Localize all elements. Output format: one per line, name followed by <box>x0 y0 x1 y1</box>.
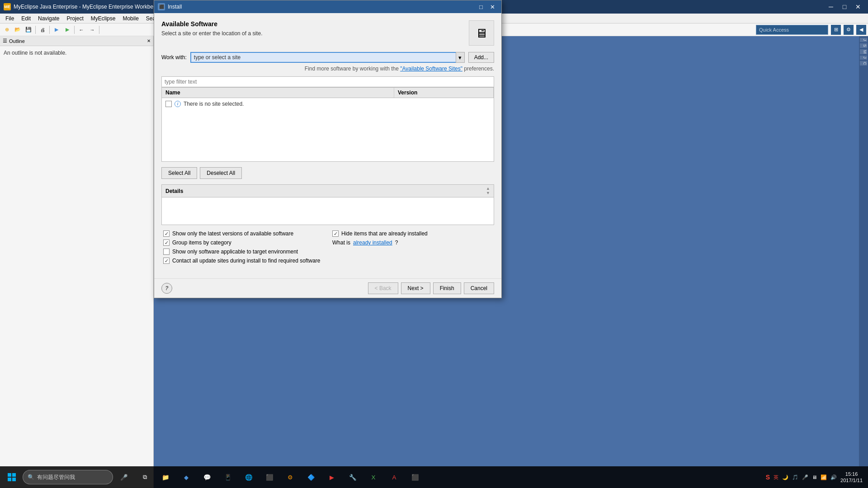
outline-panel-header: ☰ Outline ✕ <box>0 36 153 46</box>
taskbar-app-purple[interactable]: ⬛ <box>259 467 279 487</box>
open-button[interactable]: 📂 <box>13 25 23 35</box>
option-latest-versions-checkbox[interactable] <box>163 230 170 237</box>
available-software-sites-link[interactable]: "Available Software Sites" <box>400 66 462 72</box>
outline-panel-close[interactable]: ✕ <box>147 38 151 43</box>
left-sidebar: ☰ Outline ✕ An outline is not available. <box>0 36 154 488</box>
work-with-label: Work with: <box>161 54 187 61</box>
toolbar-icon-3[interactable]: ◀ <box>856 25 866 35</box>
details-label: Details <box>165 188 183 194</box>
menu-myeclipse[interactable]: MyEclipse <box>87 14 119 23</box>
outline-panel-content: An outline is not available. <box>0 46 153 60</box>
taskbar-app-green[interactable]: 🔧 <box>343 467 363 487</box>
option-group-category-checkbox[interactable] <box>163 239 170 246</box>
already-installed-link[interactable]: already installed <box>353 239 392 246</box>
work-with-row: Work with: ▾ Add... <box>161 52 494 63</box>
minimize-button[interactable]: ─ <box>825 2 837 11</box>
taskbar-phone[interactable]: 📱 <box>218 467 238 487</box>
deselect-all-button[interactable]: Deselect All <box>200 167 242 179</box>
close-button[interactable]: ✕ <box>852 2 864 11</box>
cancel-button[interactable]: Cancel <box>464 282 494 294</box>
option-target-env-checkbox[interactable] <box>163 249 170 255</box>
info-icon: i <box>175 101 181 107</box>
right-panel-btn-2[interactable]: S <box>860 43 867 48</box>
print-button[interactable]: 🖨 <box>38 25 47 35</box>
taskbar-app-pdf[interactable]: A <box>384 467 404 487</box>
debug-button[interactable]: ▶ <box>52 25 61 35</box>
tray-display-icon: 🖥 <box>812 474 817 480</box>
dialog-close-button[interactable]: ✕ <box>487 2 498 11</box>
taskbar-wechat[interactable]: 💬 <box>197 467 217 487</box>
work-with-dropdown-button[interactable]: ▾ <box>456 52 465 63</box>
taskbar-app-blue2[interactable]: 🔷 <box>301 467 321 487</box>
dialog-titlebar: ⬛ Install □ ✕ <box>154 0 501 13</box>
right-panel-btn-5[interactable]: C <box>860 61 867 66</box>
taskbar: 🔍 有问题尽管问我 🎤 ⧉ 📁 ◆ 💬 📱 🌐 ⬛ ⚙ 🔷 ▶ 🔧 X A ⬛ … <box>0 466 868 488</box>
scroll-up-icon[interactable]: ▲ <box>486 187 490 191</box>
no-site-text: There is no site selected. <box>184 101 244 107</box>
finish-button[interactable]: Finish <box>433 282 461 294</box>
table-body: i There is no site selected. <box>162 98 494 161</box>
quick-access-input[interactable] <box>756 25 828 35</box>
details-header: Details ▲ ▼ <box>162 185 494 197</box>
new-button[interactable]: ⊕ <box>2 25 12 35</box>
details-scroll: ▲ ▼ <box>486 187 490 195</box>
forward-button[interactable]: → <box>87 25 97 35</box>
taskbar-explorer[interactable]: 📁 <box>156 467 175 487</box>
task-view-button[interactable]: ⧉ <box>135 467 155 487</box>
menu-edit[interactable]: Edit <box>18 14 34 23</box>
taskbar-app-xl[interactable]: X <box>363 467 383 487</box>
toolbar-icon-1[interactable]: ⊞ <box>831 25 841 35</box>
dialog-footer: ? < Back Next > Finish Cancel <box>154 278 501 298</box>
taskbar-app-red[interactable]: ▶ <box>322 467 342 487</box>
option-empty <box>332 249 492 255</box>
menu-navigate[interactable]: Navigate <box>34 14 63 23</box>
right-panel-btn-4[interactable]: J <box>860 56 867 60</box>
tray-ime-text: 英 <box>774 474 778 481</box>
add-button[interactable]: Add... <box>468 52 494 63</box>
taskbar-app-last[interactable]: ⬛ <box>405 467 425 487</box>
separator-4 <box>99 26 99 34</box>
scroll-down-icon[interactable]: ▼ <box>486 191 490 195</box>
table-header: Name Version <box>162 88 494 98</box>
option-latest-versions-label: Show only the latest versions of availab… <box>172 230 293 237</box>
save-button[interactable]: 💾 <box>24 25 33 35</box>
help-button[interactable]: ? <box>161 283 172 294</box>
dialog-body: Available Software Select a site or ente… <box>154 13 501 278</box>
maximize-button[interactable]: □ <box>838 2 851 11</box>
no-site-checkbox[interactable] <box>165 101 172 107</box>
run-button[interactable]: ▶ <box>62 25 72 35</box>
option-contact-sites-checkbox[interactable] <box>163 258 170 264</box>
clock: 15:16 2017/1/11 <box>840 471 863 484</box>
clock-time: 15:16 <box>840 471 863 477</box>
filter-input[interactable] <box>161 76 494 87</box>
start-button[interactable] <box>2 467 22 487</box>
menu-project[interactable]: Project <box>63 14 87 23</box>
taskbar-search[interactable]: 🔍 有问题尽管问我 <box>23 470 113 484</box>
main-window: ME MyEclipse Java Enterprise - MyEclipse… <box>0 0 868 488</box>
right-panel-btn-1[interactable]: J <box>860 38 867 42</box>
work-with-input[interactable] <box>190 52 465 63</box>
dialog-maximize-button[interactable]: □ <box>476 2 486 11</box>
back-button[interactable]: ← <box>76 25 86 35</box>
separator-1 <box>35 26 36 34</box>
outline-panel-title: Outline <box>9 38 25 44</box>
select-all-button[interactable]: Select All <box>161 167 197 179</box>
toolbar-icon-2[interactable]: ⚙ <box>844 25 854 35</box>
find-more-row: Find more software by working with the "… <box>161 66 494 72</box>
tray-volume-icon: 🔊 <box>830 474 837 480</box>
taskbar-chrome[interactable]: 🌐 <box>239 467 259 487</box>
back-nav-button[interactable]: < Back <box>368 282 398 294</box>
taskbar-app-yellow[interactable]: ⚙ <box>280 467 300 487</box>
right-panel-btn-3[interactable]: M <box>860 49 867 55</box>
microphone-button[interactable]: 🎤 <box>114 467 134 487</box>
option-hide-installed-checkbox[interactable] <box>332 230 339 237</box>
no-site-row: i There is no site selected. <box>165 100 244 108</box>
svg-rect-2 <box>8 478 11 481</box>
taskbar-app-blue[interactable]: ◆ <box>176 467 196 487</box>
next-nav-button[interactable]: Next > <box>401 282 430 294</box>
menu-mobile[interactable]: Mobile <box>119 14 142 23</box>
menu-file[interactable]: File <box>2 14 18 23</box>
outline-panel: ☰ Outline ✕ An outline is not available. <box>0 36 153 488</box>
taskbar-search-text: 有问题尽管问我 <box>37 474 75 481</box>
option-contact-sites: Contact all update sites during install … <box>163 258 323 264</box>
